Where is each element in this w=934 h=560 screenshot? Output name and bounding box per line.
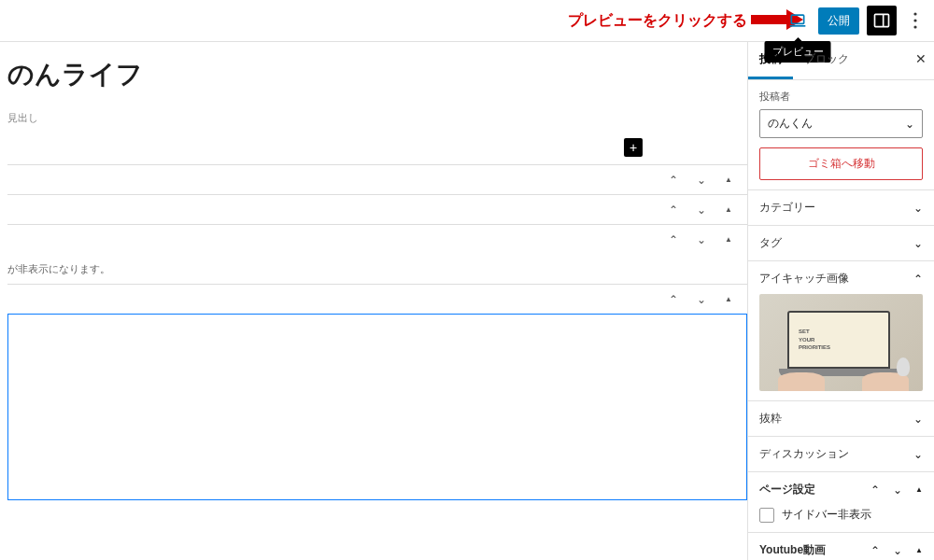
close-sidebar-button[interactable]: ✕ — [915, 51, 927, 66]
chevron-up-icon[interactable]: ⌃ — [669, 233, 678, 246]
tag-panel[interactable]: タグ ⌄ — [748, 226, 934, 261]
featured-image-title: アイキャッチ画像 — [759, 271, 849, 287]
page-settings-header[interactable]: ページ設定 ⌃ ⌄ ▲ — [759, 482, 923, 497]
chevron-up-icon[interactable]: ⌃ — [669, 293, 678, 306]
settings-panel-toggle[interactable] — [867, 6, 897, 35]
chevron-down-icon: ⌄ — [913, 202, 923, 215]
mouse-illustration — [897, 357, 910, 376]
selected-block[interactable] — [7, 314, 747, 500]
chevron-up-icon[interactable]: ⌃ — [669, 203, 678, 217]
chevron-down-icon[interactable]: ⌄ — [697, 174, 706, 187]
author-value: のんくん — [768, 116, 813, 132]
svg-rect-3 — [875, 14, 889, 26]
svg-rect-0 — [751, 15, 786, 24]
trash-button[interactable]: ゴミ箱へ移動 — [759, 147, 923, 180]
chevron-up-icon[interactable]: ⌃ — [870, 483, 880, 497]
author-label: 投稿者 — [759, 90, 923, 104]
category-panel[interactable]: カテゴリー ⌄ — [748, 190, 934, 226]
triangle-up-icon[interactable]: ▲ — [725, 205, 732, 214]
publish-button[interactable]: 公開 — [818, 7, 859, 35]
featured-image-header[interactable]: アイキャッチ画像 ⌃ — [759, 271, 923, 287]
chevron-down-icon: ⌄ — [905, 118, 914, 131]
settings-sidebar: 投稿 ブロック ✕ 投稿者 のんくん ⌄ ゴミ箱へ移動 カテゴリー ⌄ タグ ⌄ — [747, 42, 934, 560]
more-options-button[interactable] — [904, 6, 927, 35]
excerpt-title: 抜粋 — [759, 411, 782, 427]
triangle-up-icon[interactable]: ▲ — [915, 485, 923, 494]
featured-image-preview[interactable]: SET YOUR PRIORITIES — [759, 294, 923, 391]
author-select[interactable]: のんくん ⌄ — [759, 109, 923, 138]
visibility-note: が非表示になります。 — [7, 262, 732, 276]
featured-image-panel: アイキャッチ画像 ⌃ SET YOUR PRIORITIES — [748, 261, 934, 401]
chevron-up-icon[interactable]: ⌃ — [870, 544, 880, 557]
page-settings-panel: ページ設定 ⌃ ⌄ ▲ サイドバー非表示 — [748, 472, 934, 533]
top-toolbar: プレビューをクリックする プレビュー 公開 — [0, 0, 934, 42]
block-panel-row: ⌃ ⌄ ▲ — [7, 194, 747, 224]
tab-post[interactable]: 投稿 — [748, 42, 793, 79]
sidebar-hide-label: サイドバー非表示 — [782, 507, 871, 523]
editor-canvas: のんライフ 見出し + ⌃ ⌄ ▲ ⌃ ⌄ ▲ ⌃ ⌄ ▲ が非表示になります。… — [0, 42, 747, 560]
block-panel-row: ⌃ ⌄ ▲ — [7, 224, 747, 254]
triangle-up-icon[interactable]: ▲ — [725, 175, 732, 184]
chevron-down-icon: ⌄ — [913, 448, 923, 461]
block-panel-row: ⌃ ⌄ ▲ — [7, 164, 747, 194]
laptop-illustration: SET YOUR PRIORITIES — [787, 311, 899, 382]
hand-illustration — [778, 372, 825, 391]
discussion-panel[interactable]: ディスカッション ⌄ — [748, 437, 934, 472]
chevron-down-icon[interactable]: ⌄ — [697, 203, 706, 217]
excerpt-panel[interactable]: 抜粋 ⌄ — [748, 401, 934, 437]
category-title: カテゴリー — [759, 200, 815, 216]
main-layout: のんライフ 見出し + ⌃ ⌄ ▲ ⌃ ⌄ ▲ ⌃ ⌄ ▲ が非表示になります。… — [0, 42, 934, 560]
triangle-up-icon[interactable]: ▲ — [725, 235, 732, 244]
checkbox-icon[interactable] — [759, 508, 774, 523]
tag-title: タグ — [759, 235, 782, 251]
youtube-panel[interactable]: Youtube動画 ⌃ ⌄ ▲ — [748, 533, 934, 560]
svg-rect-2 — [791, 15, 803, 23]
chevron-down-icon[interactable]: ⌄ — [893, 544, 902, 557]
preview-button[interactable]: プレビュー — [785, 7, 811, 34]
author-section: 投稿者 のんくん ⌄ ゴミ箱へ移動 — [748, 80, 934, 190]
chevron-down-icon[interactable]: ⌄ — [697, 293, 706, 306]
svg-point-6 — [913, 19, 916, 21]
add-block-row: + — [7, 138, 747, 157]
youtube-title: Youtube動画 — [759, 542, 826, 558]
chevron-up-icon: ⌃ — [913, 273, 923, 286]
heading-block-placeholder[interactable]: 見出し — [7, 111, 747, 125]
chevron-down-icon: ⌄ — [913, 413, 923, 426]
triangle-up-icon[interactable]: ▲ — [725, 295, 732, 303]
tab-block[interactable]: ブロック — [793, 42, 860, 79]
sidebar-tabs: 投稿 ブロック ✕ — [748, 42, 934, 80]
chevron-down-icon[interactable]: ⌄ — [893, 483, 902, 497]
block-visibility-note-row: が非表示になります。 — [7, 254, 747, 284]
annotation-instruction: プレビューをクリックする — [568, 11, 747, 31]
page-settings-title: ページ設定 — [759, 482, 815, 497]
discussion-title: ディスカッション — [759, 446, 849, 462]
chevron-up-icon[interactable]: ⌃ — [669, 174, 678, 187]
svg-point-7 — [913, 25, 916, 28]
post-title[interactable]: のんライフ — [7, 57, 747, 92]
svg-point-5 — [913, 12, 916, 15]
sidebar-hide-option[interactable]: サイドバー非表示 — [759, 507, 923, 523]
block-panel-row: ⌃ ⌄ ▲ — [7, 284, 747, 314]
chevron-down-icon[interactable]: ⌄ — [697, 233, 706, 246]
chevron-down-icon: ⌄ — [913, 237, 923, 250]
add-block-button[interactable]: + — [624, 138, 643, 157]
triangle-up-icon[interactable]: ▲ — [915, 546, 923, 554]
